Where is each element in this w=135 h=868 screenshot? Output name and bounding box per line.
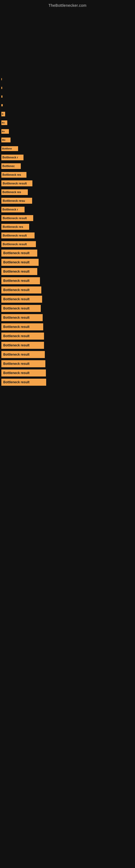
result-row: Bottleneck result	[1, 231, 134, 240]
result-row: Bo	[1, 127, 134, 135]
result-row: Bottleneck result	[1, 368, 134, 378]
result-bar: Bottleneck result	[1, 250, 37, 257]
result-bar: Bottleneck r	[1, 207, 25, 212]
result-bar: Bottleneck result	[1, 180, 32, 186]
result-row	[1, 84, 134, 92]
result-row	[1, 75, 134, 84]
result-bar	[1, 95, 2, 98]
result-row: Bottlene	[1, 144, 134, 153]
result-row: Bottleneck result	[1, 378, 134, 387]
result-bar: Bottleneck res	[1, 172, 27, 178]
result-bar: Bottleneck result	[1, 296, 42, 303]
result-row: Bottleneck result	[1, 359, 134, 368]
result-bar: Bottleneck result	[1, 379, 46, 386]
result-row: Bottleneck result	[1, 267, 134, 276]
result-row: Bo	[1, 135, 134, 144]
result-bar	[1, 78, 2, 80]
result-bar: Bottleneck result	[1, 277, 40, 284]
result-bar: Bo	[1, 137, 10, 143]
result-row: Bottlenec	[1, 162, 134, 170]
result-bar: Bo	[1, 129, 9, 134]
result-row: Bottleneck result	[1, 214, 134, 222]
result-row: Bottleneck r	[1, 153, 134, 162]
result-bar: Bottleneck r	[1, 155, 24, 160]
result-row: Bottleneck result	[1, 322, 134, 332]
result-row: Bottleneck result	[1, 294, 134, 304]
result-bar: Bottleneck result	[1, 259, 39, 266]
result-row: Bottleneck resu	[1, 196, 134, 205]
result-row: Bottleneck res	[1, 188, 134, 196]
result-row: B	[1, 110, 134, 118]
result-row: Bottleneck r	[1, 205, 134, 214]
result-bar: Bottleneck result	[1, 268, 37, 275]
result-bar: Bottleneck result	[1, 333, 44, 340]
result-bar: Bottleneck res	[1, 189, 28, 195]
result-bar: Bottleneck result	[1, 241, 36, 247]
items-section: BBoBoBoBottleneBottleneck rBottlenecBott…	[0, 75, 135, 387]
result-bar: Bottleneck result	[1, 314, 43, 321]
result-row: Bottleneck result	[1, 341, 134, 350]
result-bar: Bo	[1, 120, 7, 125]
result-bar	[1, 104, 3, 106]
result-row: Bottleneck result	[1, 350, 134, 359]
result-bar: Bottleneck result	[1, 369, 46, 376]
result-row: Bottleneck result	[1, 179, 134, 188]
result-row: Bottleneck res	[1, 222, 134, 231]
result-row: Bottleneck result	[1, 313, 134, 322]
result-row	[1, 101, 134, 110]
result-row: Bottleneck result	[1, 258, 134, 267]
result-bar	[1, 87, 2, 89]
result-bar: Bottleneck res	[1, 224, 29, 230]
site-title: TheBottlenecker.com	[0, 0, 135, 10]
result-row: Bottleneck result	[1, 332, 134, 341]
result-row: Bottleneck result	[1, 240, 134, 248]
result-bar: Bottleneck result	[1, 351, 45, 358]
result-row: Bottleneck result	[1, 304, 134, 313]
result-bar: Bottleneck result	[1, 286, 41, 293]
result-row: Bottleneck result	[1, 276, 134, 285]
result-row: Bottleneck result	[1, 248, 134, 258]
result-row: Bottleneck res	[1, 170, 134, 179]
result-bar: B	[1, 112, 5, 116]
result-bar: Bottleneck result	[1, 305, 41, 312]
result-bar: Bottleneck result	[1, 342, 44, 349]
result-bar: Bottlene	[1, 146, 18, 151]
result-bar: Bottleneck result	[1, 232, 35, 239]
result-bar: Bottlenec	[1, 163, 21, 169]
result-row: Bottleneck result	[1, 285, 134, 294]
chart-area	[0, 10, 135, 75]
result-bar: Bottleneck result	[1, 323, 43, 330]
page-container: TheBottlenecker.com BBoBoBoBottleneBottl…	[0, 0, 135, 868]
result-bar: Bottleneck resu	[1, 198, 32, 204]
result-bar: Bottleneck result	[1, 360, 45, 367]
result-row	[1, 92, 134, 101]
result-bar: Bottleneck result	[1, 215, 33, 221]
result-row: Bo	[1, 118, 134, 127]
